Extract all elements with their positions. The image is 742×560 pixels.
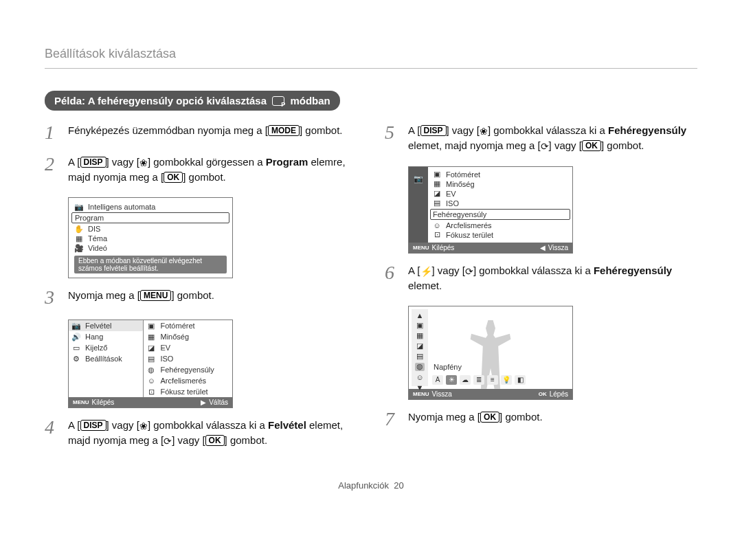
disp-button-label: DISP [80, 157, 106, 168]
menu-icon: MENU [413, 245, 429, 251]
up-icon: ▲ [415, 311, 425, 320]
focus-icon: ⊡ [146, 388, 156, 396]
list-item: Fotóméret [160, 322, 194, 330]
disp-button-label: DISP [420, 125, 447, 136]
video-icon: 🎥 [74, 244, 84, 252]
iso-icon: ▤ [432, 199, 442, 208]
quality-icon: ▦ [415, 332, 425, 340]
footer-page: 20 [394, 480, 403, 491]
step-3: 3 Nyomja meg a [MENU] gombot. [45, 288, 357, 307]
list-item: Kijelző [85, 344, 107, 352]
step-6: 6 A [⚡] vagy [⟳] gombokkal válassza ki a… [385, 263, 697, 293]
list-item: ISO [446, 199, 459, 208]
list-item: Hang [85, 333, 103, 341]
flash-icon: ⚡ [420, 265, 432, 278]
wb-fluorescent-l-icon: ≡ [487, 375, 498, 385]
ev-icon: ◪ [415, 342, 425, 350]
mode-p-icon [272, 96, 284, 106]
list-item: Fehéregyensúly [160, 366, 214, 374]
back-icon: ◀ [540, 244, 546, 251]
list-item: EV [160, 344, 170, 352]
menu-icon: MENU [73, 399, 89, 405]
menu-icon: MENU [413, 391, 429, 397]
list-item: Téma [88, 234, 107, 243]
timer-icon: ⟳ [465, 265, 473, 278]
dis-icon: ✋ [74, 225, 84, 233]
list-item: Arcfelismerés [446, 221, 492, 229]
down-icon: ▼ [415, 383, 425, 392]
wb-tungsten-icon: 💡 [501, 375, 512, 385]
face-icon: ☺ [432, 221, 442, 229]
wb-auto-icon: A [432, 375, 443, 385]
wb-label: Napfény [432, 363, 463, 371]
menu-button-label: MENU [140, 290, 171, 301]
step-number: 5 [385, 123, 408, 154]
foot-label: Lépés [550, 390, 568, 398]
list-item: DIS [88, 225, 100, 233]
size-icon: ▣ [146, 322, 156, 330]
flower-icon: ❀ [480, 124, 488, 138]
step-5: 5 A [DISP] vagy [❀] gombokkal válassza k… [385, 123, 697, 154]
foot-label: Váltás [209, 399, 228, 406]
foot-label: Kilépés [92, 399, 115, 406]
wb-icon: ◍ [415, 363, 425, 371]
size-icon: ▣ [432, 170, 442, 179]
quality-icon: ▦ [432, 180, 442, 188]
pill-prefix: Példa: A fehéregyensúly opció kiválasztá… [54, 95, 267, 107]
lcd-hint: Ebben a módban közvetlenül elvégezhet sz… [74, 256, 227, 273]
ok-button-label: OK [582, 140, 601, 151]
list-item: Videó [88, 244, 107, 252]
timer-icon: ⟳ [541, 139, 549, 153]
disp-button-label: DISP [80, 420, 106, 431]
flower-icon: ❀ [139, 156, 148, 170]
list-item: Fókusz terület [160, 388, 207, 396]
list-item: Program [75, 214, 104, 222]
lcd-settings-list: 📷 ▣Fotóméret ▦Minőség ◪EV ▤ISO Fehéregye… [408, 166, 573, 254]
list-item: ISO [160, 355, 173, 363]
wb-fluorescent-h-icon: ≣ [473, 375, 484, 385]
camera-icon: 📷 [414, 175, 423, 183]
foot-label: Vissza [548, 244, 568, 251]
list-item: Fehéregyensúly [433, 210, 486, 219]
list-item: Beállítások [85, 355, 122, 363]
mode-button-label: MODE [268, 125, 300, 136]
iso-icon: ▤ [146, 355, 156, 363]
iso-icon: ▤ [415, 352, 425, 361]
scene-icon: ▦ [74, 234, 84, 243]
footer-section: Alapfunkciók [338, 480, 389, 491]
ok-icon: OK [539, 391, 547, 397]
ev-icon: ◪ [146, 344, 156, 352]
ev-icon: ◪ [432, 190, 442, 198]
timer-icon: ⟳ [164, 434, 172, 448]
focus-icon: ⊡ [432, 231, 442, 239]
page-footer: Alapfunkciók 20 [45, 480, 697, 491]
face-icon: ☺ [146, 377, 156, 385]
gear-icon: ⚙ [71, 355, 81, 363]
step-7: 7 Nyomja meg a [OK] gombot. [385, 410, 697, 429]
list-item: Felvétel [85, 322, 112, 330]
lcd-menu-split: 📷Felvétel 🔊Hang ▭Kijelző ⚙Beállítások ▣F… [68, 320, 233, 408]
camera-icon: 📷 [71, 322, 81, 330]
list-item: Fotóméret [446, 170, 480, 179]
breadcrumb: Beállítások kiválasztása [45, 47, 697, 61]
list-item: Minőség [446, 180, 475, 188]
foot-label: Kilépés [432, 244, 455, 251]
step-number: 1 [45, 123, 68, 142]
wb-custom-icon: ◧ [515, 375, 526, 385]
step-4: 4 A [DISP] vagy [❀] gombokkal válassza k… [45, 418, 357, 449]
step-number: 2 [45, 155, 68, 185]
list-item: Intelligens automata [88, 203, 155, 211]
camera-auto-icon: 📷 [74, 203, 84, 211]
pill-suffix: módban [290, 95, 330, 107]
size-icon: ▣ [415, 322, 425, 330]
example-pill: Példa: A fehéregyensúly opció kiválasztá… [45, 91, 340, 111]
step-1: 1 Fényképezés üzemmódban nyomja meg a [M… [45, 123, 357, 142]
ok-button-label: OK [480, 412, 499, 423]
wb-daylight-icon: ☀ [446, 375, 457, 385]
list-item: Fókusz terület [446, 231, 493, 239]
list-item: Minőség [160, 333, 189, 341]
ok-button-label: OK [164, 172, 183, 183]
ok-button-label: OK [205, 435, 225, 446]
step-number: 7 [385, 410, 408, 429]
step-number: 3 [45, 288, 68, 307]
